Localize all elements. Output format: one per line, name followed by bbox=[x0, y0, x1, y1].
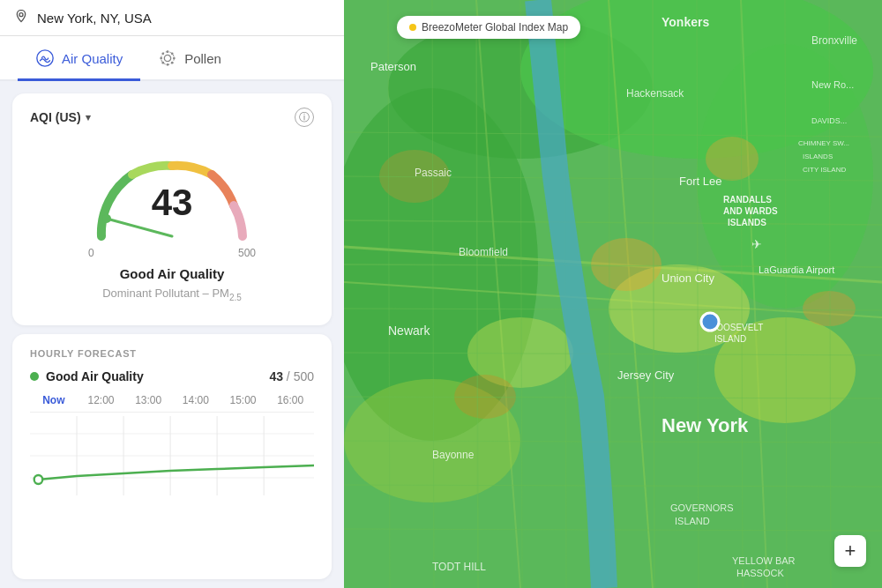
svg-text:Paterson: Paterson bbox=[370, 60, 416, 73]
svg-text:LaGuardia Airport: LaGuardia Airport bbox=[759, 264, 834, 275]
svg-text:✈: ✈ bbox=[751, 237, 762, 251]
info-button[interactable]: ⓘ bbox=[295, 108, 314, 127]
svg-point-10 bbox=[171, 52, 174, 55]
svg-text:ISLANDS: ISLANDS bbox=[728, 218, 766, 227]
svg-point-4 bbox=[167, 50, 169, 53]
tabs-bar: Air Quality Pollen bbox=[0, 36, 344, 81]
svg-text:CITY ISLAND: CITY ISLAND bbox=[803, 166, 846, 174]
quality-dot bbox=[30, 372, 39, 381]
svg-text:RANDALLS: RANDALLS bbox=[723, 195, 772, 205]
aqi-status: Good Air Quality bbox=[120, 266, 225, 281]
location-icon bbox=[14, 9, 28, 26]
svg-text:GOVERNORS: GOVERNORS bbox=[670, 502, 734, 513]
score-max: 500 bbox=[294, 369, 314, 383]
svg-point-6 bbox=[160, 57, 162, 60]
svg-point-11 bbox=[162, 62, 165, 64]
svg-text:New York: New York bbox=[662, 414, 749, 436]
time-label-12[interactable]: 12:00 bbox=[78, 394, 125, 406]
svg-text:Union City: Union City bbox=[662, 272, 714, 285]
svg-point-5 bbox=[167, 63, 169, 66]
chart-svg bbox=[30, 416, 314, 495]
quality-score: 43 / 500 bbox=[269, 369, 314, 383]
svg-text:AND WARDS: AND WARDS bbox=[723, 206, 778, 216]
score-number: 43 bbox=[269, 369, 283, 383]
forecast-card: HOURLY FORECAST Good Air Quality 43 / 50… bbox=[12, 334, 332, 579]
dominant-pollutant: Dominant Pollutant – PM2.5 bbox=[102, 287, 242, 302]
forecast-quality-row: Good Air Quality 43 / 500 bbox=[30, 369, 314, 383]
quality-label: Good Air Quality bbox=[46, 369, 144, 383]
air-quality-icon bbox=[35, 48, 55, 68]
gauge-container: 43 0 500 Good Air Quality Dominant Pollu… bbox=[30, 139, 314, 308]
score-separator: / bbox=[287, 369, 290, 383]
svg-text:Jersey City: Jersey City bbox=[617, 368, 675, 382]
aqi-selector-label: AQI (US) bbox=[30, 110, 81, 124]
svg-text:ISLAND: ISLAND bbox=[714, 334, 746, 344]
time-label-13[interactable]: 13:00 bbox=[124, 394, 172, 406]
svg-text:Bayonne: Bayonne bbox=[432, 449, 475, 461]
gauge-min: 0 bbox=[88, 247, 94, 259]
svg-text:ISLANDS: ISLANDS bbox=[803, 153, 833, 160]
chevron-down-icon: ▾ bbox=[86, 112, 91, 123]
map-panel: Yonkers Paterson Hackensack Passaic Fort… bbox=[344, 0, 882, 588]
svg-text:Hackensack: Hackensack bbox=[626, 87, 684, 100]
svg-point-35 bbox=[803, 291, 856, 326]
svg-text:Yonkers: Yonkers bbox=[662, 15, 709, 29]
svg-point-8 bbox=[162, 52, 165, 55]
svg-text:ISLAND: ISLAND bbox=[675, 516, 710, 526]
svg-text:TODT HILL: TODT HILL bbox=[432, 561, 486, 573]
tab-air-quality[interactable]: Air Quality bbox=[18, 36, 140, 81]
tab-pollen[interactable]: Pollen bbox=[140, 36, 239, 81]
svg-text:Newark: Newark bbox=[388, 324, 430, 338]
svg-point-0 bbox=[19, 13, 23, 17]
time-label-15[interactable]: 15:00 bbox=[220, 394, 267, 406]
aqi-card: AQI (US) ▾ ⓘ bbox=[12, 93, 332, 325]
gauge-max: 500 bbox=[238, 247, 256, 259]
tooltip-text: BreezoMeter Global Index Map bbox=[422, 21, 568, 33]
time-labels: Now 12:00 13:00 14:00 15:00 16:00 bbox=[30, 394, 314, 413]
svg-point-22 bbox=[34, 475, 42, 484]
aqi-value: 43 bbox=[152, 182, 193, 224]
map-zoom-in-button[interactable]: + bbox=[834, 535, 866, 567]
svg-text:HASSOCK: HASSOCK bbox=[736, 568, 784, 578]
map-tooltip: BreezoMeter Global Index Map bbox=[397, 16, 580, 39]
svg-point-9 bbox=[171, 62, 174, 64]
gauge-wrapper: 43 bbox=[84, 148, 260, 245]
tooltip-dot bbox=[409, 24, 416, 31]
aqi-selector-row: AQI (US) ▾ ⓘ bbox=[30, 108, 314, 127]
forecast-title: HOURLY FORECAST bbox=[30, 348, 314, 359]
svg-point-30 bbox=[714, 317, 856, 423]
svg-text:Passaic: Passaic bbox=[415, 167, 452, 179]
left-panel: Air Quality Pollen AQI (US) ▾ bbox=[0, 0, 344, 588]
time-label-14[interactable]: 14:00 bbox=[172, 394, 220, 406]
svg-text:Fort Lee: Fort Lee bbox=[679, 175, 721, 188]
gauge-range: 0 500 bbox=[88, 247, 256, 259]
pollen-icon bbox=[158, 48, 177, 68]
time-label-now[interactable]: Now bbox=[30, 394, 78, 406]
tab-air-quality-label: Air Quality bbox=[62, 51, 123, 66]
svg-point-32 bbox=[591, 238, 662, 291]
svg-point-2 bbox=[165, 55, 171, 61]
tab-pollen-label: Pollen bbox=[184, 51, 221, 66]
aqi-selector[interactable]: AQI (US) ▾ bbox=[30, 110, 91, 124]
svg-point-13 bbox=[102, 214, 111, 223]
time-label-16[interactable]: 16:00 bbox=[266, 394, 314, 406]
quality-indicator: Good Air Quality bbox=[30, 369, 144, 383]
map-background: Yonkers Paterson Hackensack Passaic Fort… bbox=[344, 0, 882, 588]
search-bar bbox=[0, 0, 344, 36]
svg-text:Bloomfield: Bloomfield bbox=[459, 246, 508, 258]
svg-text:CHIMNEY SW...: CHIMNEY SW... bbox=[798, 139, 849, 147]
svg-text:YELLOW BAR: YELLOW BAR bbox=[732, 555, 796, 566]
forecast-chart bbox=[30, 416, 314, 495]
svg-text:DAVIDS...: DAVIDS... bbox=[811, 116, 847, 125]
svg-text:New Ro...: New Ro... bbox=[811, 79, 854, 90]
svg-text:Bronxville: Bronxville bbox=[811, 34, 857, 47]
svg-point-7 bbox=[173, 57, 176, 60]
search-input[interactable] bbox=[37, 11, 330, 26]
svg-point-87 bbox=[701, 313, 719, 331]
